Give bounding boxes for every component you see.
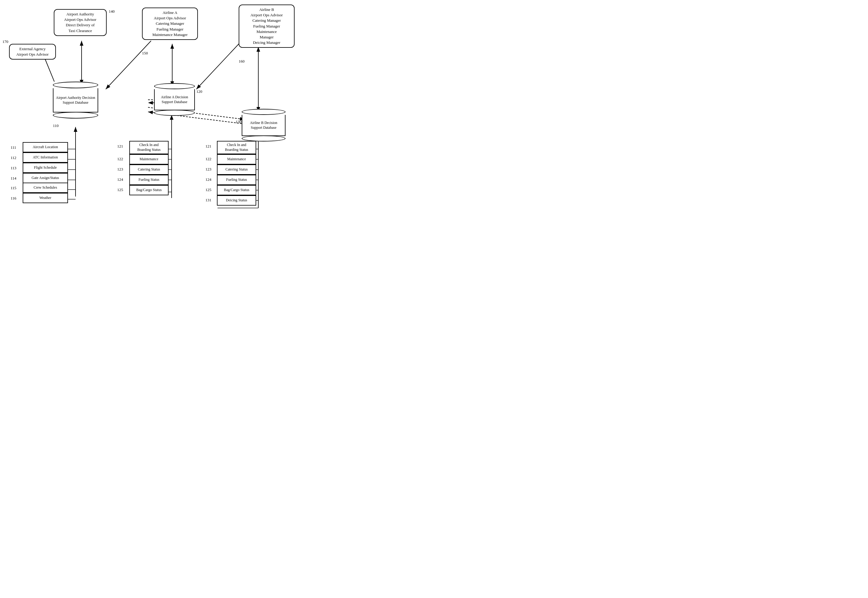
maintenance-center-box: Maintenance	[129, 154, 169, 164]
num-130: 130	[236, 120, 242, 124]
bagcargo-right-box: Bag/Cargo Status	[217, 185, 256, 195]
airline-b-line3: Catering Manager	[252, 18, 281, 23]
num-113: 113	[10, 166, 16, 170]
fueling-right-box: Fueling Status	[217, 175, 256, 185]
aadb-a-line1: Airline A Decision	[161, 95, 188, 99]
external-agency-line2: Airport Ops Advisor	[16, 52, 49, 57]
aadb-line1: Airport Authority Decision	[56, 96, 95, 100]
num-114: 114	[10, 176, 16, 181]
atc-info-box: ATC Information	[23, 152, 68, 163]
svg-line-13	[196, 41, 242, 89]
num-112: 112	[10, 155, 16, 160]
aa-line2: Airport Ops Advisor	[64, 17, 96, 22]
crew-schedules-box: Crew Schedules	[23, 182, 68, 193]
deicing-right-label: Deicing Status	[226, 198, 247, 203]
airline-a-db: Airline A Decision Support Database	[154, 83, 195, 116]
external-agency-line1: External Agency	[19, 46, 46, 51]
aadb-b-line1: Airline B Decision	[250, 121, 277, 125]
svg-line-12	[106, 41, 151, 89]
c-num-124: 124	[117, 177, 123, 182]
airline-b-line1: Airline B	[259, 7, 274, 12]
gate-assign-label: Gate Assign/Status	[31, 176, 59, 181]
airline-b-line2: Airport Ops Advisor	[251, 13, 283, 17]
weather-box: Weather	[23, 193, 68, 203]
airline-b-box: Airline B Airport Ops Advisor Catering M…	[239, 4, 295, 48]
num-111: 111	[10, 145, 16, 150]
catering-right-box: Catering Status	[217, 164, 256, 175]
bagcargo-right-label: Bag/Cargo Status	[224, 188, 249, 193]
airline-a-box: Airline A Airport Ops Advisor Catering M…	[142, 7, 198, 40]
atc-info-label: ATC Information	[33, 155, 58, 160]
weather-label: Weather	[39, 196, 51, 200]
deicing-right-box: Deicing Status	[217, 195, 256, 206]
airline-a-line5: Maintenance Manager	[152, 32, 188, 37]
num-160: 160	[239, 59, 245, 64]
num-140: 140	[109, 9, 115, 14]
maintenance-center-label: Maintenance	[140, 157, 158, 162]
airline-a-line1: Airline A	[163, 10, 177, 15]
aadb-line2: Support Database	[63, 100, 88, 105]
r-num-123: 123	[206, 167, 212, 172]
catering-center-label: Catering Status	[138, 167, 160, 172]
flight-schedule-box: Flight Schedule	[23, 163, 68, 173]
fueling-center-label: Fueling Status	[139, 178, 159, 182]
c-num-121: 121	[117, 144, 123, 149]
crew-schedules-label: Crew Schedules	[34, 185, 57, 190]
aircraft-location-box: Aircraft Location	[23, 142, 68, 152]
c-num-125: 125	[117, 187, 123, 192]
airline-a-line2: Airport Ops Advisor	[154, 16, 186, 20]
aa-line3: Direct Delivery of	[66, 23, 95, 27]
checkin-right-box: Check In andBoarding Status	[217, 141, 256, 154]
catering-right-label: Catering Status	[225, 167, 248, 172]
gate-assign-box: Gate Assign/Status	[23, 173, 68, 183]
checkin-right-label: Check In andBoarding Status	[225, 143, 248, 152]
maintenance-right-label: Maintenance	[227, 157, 246, 162]
diagram-container: External Agency Airport Ops Advisor 170 …	[0, 0, 302, 212]
fueling-right-label: Fueling Status	[226, 178, 247, 182]
fueling-center-box: Fueling Status	[129, 175, 169, 185]
num-120: 120	[196, 89, 203, 94]
aa-line4: Taxi Clearance	[68, 28, 92, 33]
airline-b-line7: Deicing Manager	[253, 40, 280, 45]
c-num-123: 123	[117, 167, 123, 172]
r-num-125: 125	[206, 187, 212, 192]
r-num-121: 121	[206, 144, 212, 149]
r-num-122: 122	[206, 157, 212, 161]
checkin-center-label: Check In andBoarding Status	[137, 143, 161, 152]
airport-authority-db: Airport Authority Decision Support Datab…	[53, 82, 98, 118]
airline-b-line6: Manager	[260, 35, 273, 39]
c-num-122: 122	[117, 157, 123, 161]
airline-b-line4: Fueling Manager	[253, 24, 280, 28]
airline-b-line5: Maintenance	[257, 29, 277, 34]
catering-center-box: Catering Status	[129, 164, 169, 175]
r-num-124: 124	[206, 177, 212, 182]
checkin-center-box: Check In andBoarding Status	[129, 141, 169, 154]
airline-b-db: Airline B Decision Support Database	[242, 109, 285, 142]
maintenance-right-box: Maintenance	[217, 154, 256, 164]
airline-a-line3: Catering Manager	[156, 21, 184, 26]
num-150: 150	[142, 51, 148, 55]
airport-authority-box: Airport Authority Airport Ops Advisor Di…	[54, 9, 107, 36]
aa-line1: Airport Authority	[67, 12, 94, 16]
num-115: 115	[10, 185, 16, 190]
bagcargo-center-box: Bag/Cargo Status	[129, 185, 169, 195]
airline-a-line4: Fueling Manager	[157, 27, 183, 31]
flight-schedule-label: Flight Schedule	[34, 165, 57, 170]
num-110: 110	[53, 123, 59, 128]
num-116: 116	[10, 196, 16, 201]
external-agency-box: External Agency Airport Ops Advisor	[9, 44, 56, 60]
aadb-a-line2: Support Database	[162, 100, 187, 104]
num-170: 170	[2, 39, 9, 44]
aircraft-location-label: Aircraft Location	[33, 145, 58, 150]
r-num-131: 131	[206, 198, 212, 203]
bagcargo-center-label: Bag/Cargo Status	[136, 188, 162, 193]
aadb-b-line2: Support Database	[251, 126, 276, 130]
